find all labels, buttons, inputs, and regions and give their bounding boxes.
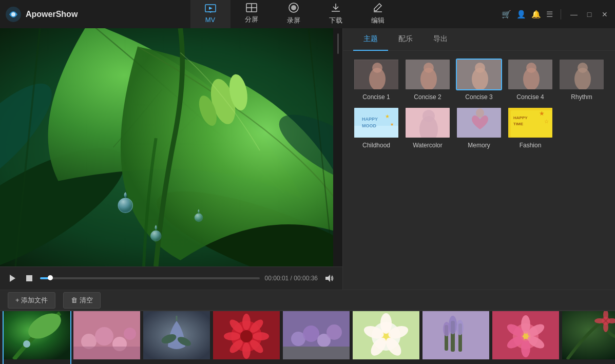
svg-point-46 [578, 63, 588, 73]
theme-item-watercolor[interactable]: Watercolor [405, 107, 451, 149]
svg-rect-28 [26, 275, 32, 281]
tab-music[interactable]: 配乐 [388, 28, 423, 51]
theme-item-fashion[interactable]: HAPPY TIME ★ ☆ Fashion [507, 107, 553, 149]
film-item-6[interactable] [352, 311, 420, 364]
theme-thumb-memory [456, 107, 502, 139]
cart-icon[interactable]: 🛒 [502, 10, 511, 19]
theme-item-childhood[interactable]: HAPPY MOOD ★ ★ Childhood [353, 107, 399, 149]
download-icon [330, 2, 341, 15]
nav-tab-mv-label: MV [205, 16, 216, 24]
film-item-5[interactable] [282, 311, 351, 364]
film-item-1[interactable] [3, 311, 71, 364]
user-icon[interactable]: 👤 [516, 10, 526, 19]
splitscreen-icon [246, 3, 257, 14]
film-item-9[interactable] [561, 311, 615, 364]
film-item-2[interactable] [72, 311, 141, 364]
film-item-4[interactable] [212, 311, 281, 364]
svg-text:HAPPY: HAPPY [362, 117, 378, 122]
theme-label-fashion: Fashion [520, 142, 542, 149]
nav-tab-edit-label: 编辑 [371, 16, 385, 25]
svg-point-73 [124, 328, 136, 340]
nav-tab-download[interactable]: 下载 [315, 0, 357, 29]
svg-point-21 [150, 231, 161, 241]
svg-point-82 [242, 314, 251, 330]
video-panel: 00:00:01 / 00:00:36 [0, 28, 342, 290]
svg-point-67 [23, 340, 30, 348]
theme-item-concise1[interactable]: Concise 1 [353, 59, 399, 101]
stop-button[interactable] [24, 273, 35, 284]
theme-thumb-concise2 [405, 59, 451, 90]
filmstrip [0, 311, 615, 364]
video-frame [0, 28, 342, 266]
clear-button[interactable]: 🗑 清空 [63, 292, 101, 309]
theme-item-memory[interactable]: Memory [456, 107, 502, 149]
nav-tab-splitscreen[interactable]: 分屏 [230, 0, 273, 29]
svg-point-22 [195, 213, 203, 222]
theme-item-concise2[interactable]: Concise 2 [405, 59, 451, 101]
nav-tab-edit[interactable]: 编辑 [357, 0, 399, 29]
edit-icon [372, 2, 383, 15]
svg-point-33 [372, 63, 382, 73]
theme-thumb-childhood: HAPPY MOOD ★ ★ [353, 107, 399, 139]
svg-point-113 [443, 322, 450, 336]
svg-point-88 [224, 332, 240, 340]
tab-export[interactable]: 导出 [423, 28, 458, 51]
theme-item-concise4[interactable]: Concise 4 [507, 59, 553, 101]
tab-theme[interactable]: 主题 [353, 28, 388, 51]
svg-rect-96 [283, 347, 350, 359]
svg-point-10 [291, 5, 296, 10]
nav-tab-screenrecord-label: 录屏 [287, 16, 300, 25]
filmstrip-wrapper [0, 310, 615, 364]
close-button[interactable]: ✕ [600, 9, 610, 20]
theme-grid: Concise 1 Concise 2 Concise 3 [343, 51, 615, 290]
svg-point-95 [326, 324, 342, 340]
nav-tabs: MV 分屏 录屏 下载 编辑 [87, 0, 502, 29]
volume-button[interactable] [323, 272, 336, 284]
add-file-button[interactable]: + 添加文件 [8, 292, 55, 309]
play-button[interactable] [6, 272, 18, 284]
svg-point-37 [424, 63, 434, 73]
theme-item-concise3[interactable]: Concise 3 [456, 59, 502, 101]
menu-icon[interactable]: ☰ [546, 10, 553, 19]
svg-marker-29 [325, 275, 330, 282]
svg-point-86 [242, 342, 251, 359]
svg-text:TIME: TIME [513, 122, 524, 126]
theme-thumb-concise4 [507, 59, 553, 90]
nav-tab-mv[interactable]: MV [190, 0, 230, 29]
film-item-8[interactable] [491, 311, 560, 364]
film-item-3[interactable] [142, 311, 211, 364]
theme-label-rhythm: Rhythm [571, 93, 592, 101]
time-display: 00:00:01 / 00:00:36 [265, 275, 318, 282]
main-content: 00:00:01 / 00:00:36 主题 配乐 导出 Concis [0, 28, 615, 290]
theme-label-concise3: Concise 3 [465, 93, 492, 101]
theme-label-concise2: Concise 2 [414, 93, 441, 101]
svg-text:HAPPY: HAPPY [513, 116, 528, 120]
nav-tab-screenrecord[interactable]: 录屏 [273, 0, 315, 29]
progress-bar[interactable] [40, 277, 260, 279]
video-container [0, 28, 342, 266]
minimize-button[interactable]: — [569, 9, 579, 20]
film-item-7[interactable] [421, 311, 490, 364]
theme-item-rhythm[interactable]: Rhythm [559, 59, 605, 101]
screenrecord-icon [288, 2, 299, 15]
video-controls: 00:00:01 / 00:00:36 [0, 266, 342, 290]
svg-point-112 [456, 320, 464, 335]
theme-label-childhood: Childhood [362, 142, 390, 149]
svg-rect-48 [354, 126, 398, 138]
svg-rect-74 [73, 347, 140, 359]
svg-point-129 [594, 318, 605, 323]
svg-text:★: ★ [390, 122, 394, 127]
theme-tabs: 主题 配乐 导出 [343, 28, 615, 51]
svg-point-128 [603, 322, 608, 332]
svg-point-71 [95, 327, 113, 346]
notification-icon[interactable]: 🔔 [531, 10, 541, 19]
svg-point-93 [303, 325, 319, 342]
svg-point-84 [253, 332, 269, 340]
app-logo-icon [5, 6, 22, 23]
svg-point-40 [475, 63, 485, 73]
svg-marker-27 [10, 275, 15, 282]
video-toolbar: + 添加文件 🗑 清空 [0, 290, 615, 310]
theme-label-concise1: Concise 1 [362, 93, 390, 101]
theme-label-concise4: Concise 4 [516, 93, 544, 101]
maximize-button[interactable]: □ [584, 9, 594, 20]
